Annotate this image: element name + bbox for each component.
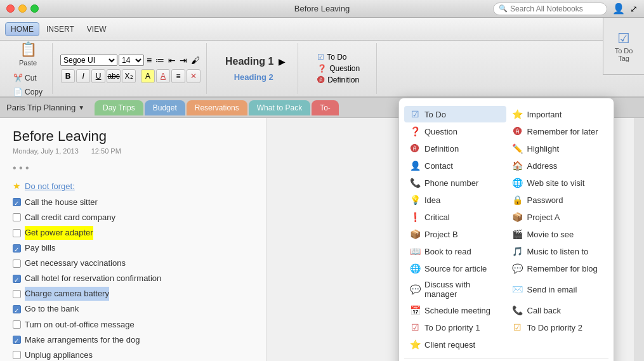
tag-item-todo[interactable]: ☑ To Do xyxy=(404,106,506,122)
tab-reservations[interactable]: Reservations xyxy=(187,100,247,115)
tag-item-critical[interactable]: ❗ Critical xyxy=(404,209,506,225)
tag-item-phone[interactable]: 📞 Phone number xyxy=(404,174,506,191)
list-icon[interactable]: ≡ xyxy=(145,54,153,67)
tab-budget[interactable]: Budget xyxy=(145,100,185,115)
tag-item-todo-p1[interactable]: ☑ To Do priority 1 xyxy=(404,319,506,336)
tag-mini-definition[interactable]: 🅐 Definition xyxy=(315,75,362,85)
heading2-style[interactable]: Heading 2 xyxy=(230,71,277,83)
expand-icon[interactable]: ⤢ xyxy=(630,4,638,14)
do-not-forget-link[interactable]: Do not forget: xyxy=(25,180,75,194)
checkbox[interactable] xyxy=(13,229,21,237)
todo-p2-icon: ☑ xyxy=(512,322,523,333)
underline-button[interactable]: U xyxy=(91,69,105,83)
tag-item-movie[interactable]: 🎬 Movie to see xyxy=(507,226,609,242)
tag-item-remember-later[interactable]: 🅐 Remember for later xyxy=(507,123,609,140)
tag-item-call-back[interactable]: 📞 Call back xyxy=(507,302,609,318)
user-icon[interactable]: 👤 xyxy=(612,3,625,15)
font-size-select[interactable]: 14 xyxy=(119,55,144,66)
checkbox[interactable] xyxy=(13,305,21,313)
tag-item-website[interactable]: 🌐 Web site to visit xyxy=(507,174,609,191)
strikethrough-button[interactable]: abc xyxy=(107,69,121,83)
dots-menu[interactable]: • • • xyxy=(13,162,253,174)
notebook-title[interactable]: Paris Trip Planning ▼ xyxy=(6,103,84,112)
subscript-button[interactable]: X₂ xyxy=(122,69,136,83)
phone-icon: 📞 xyxy=(409,177,421,188)
checkbox[interactable] xyxy=(13,290,21,298)
tag-item-project-a[interactable]: 📦 Project A xyxy=(507,209,609,225)
tag-item-source[interactable]: 🌐 Source for article xyxy=(404,260,506,277)
contact-icon: 👤 xyxy=(409,160,421,171)
indent-icon[interactable]: ⇥ xyxy=(178,54,188,67)
copy-button[interactable]: 📄 Copy xyxy=(9,86,47,98)
checkbox[interactable] xyxy=(13,320,21,329)
tab-what-to-pack[interactable]: What to Pack xyxy=(249,100,310,115)
numbered-list-icon[interactable]: ≔ xyxy=(154,54,166,67)
tag-item-project-b[interactable]: 📦 Project B xyxy=(404,226,506,242)
align-button[interactable]: ≡ xyxy=(171,69,185,83)
maximize-button[interactable] xyxy=(30,4,39,13)
tab-to[interactable]: To- xyxy=(312,100,339,115)
tag-item-address[interactable]: 🏠 Address xyxy=(507,157,609,174)
heading1-style[interactable]: Heading 1 xyxy=(221,55,277,69)
tag-item-definition[interactable]: 🅐 Definition xyxy=(404,140,506,157)
list-item: Pay bills xyxy=(13,241,253,255)
bold-button[interactable]: B xyxy=(61,69,75,83)
item-text: Get necessary vaccinations xyxy=(25,256,126,270)
item-text: Call credit card company xyxy=(25,211,115,225)
definition-icon: 🅐 xyxy=(409,143,421,154)
clear-format-button[interactable]: ✕ xyxy=(187,69,200,83)
todo-tag-button[interactable]: ☑ To DoTag xyxy=(603,18,644,75)
checkbox[interactable] xyxy=(13,244,21,253)
checkbox[interactable] xyxy=(13,275,21,283)
italic-button[interactable]: I xyxy=(76,69,90,83)
minimize-button[interactable] xyxy=(18,4,27,13)
cut-button[interactable]: ✂️ Cut xyxy=(9,72,47,84)
checkbox[interactable] xyxy=(13,213,21,221)
tag-mini-question[interactable]: ❓ Question xyxy=(315,63,362,74)
tag-item-todo-p2[interactable]: ☑ To Do priority 2 xyxy=(507,319,609,336)
tag-item-schedule[interactable]: 📅 Schedule meeting xyxy=(404,302,506,318)
scrollbar[interactable] xyxy=(634,118,644,361)
close-button[interactable] xyxy=(6,4,15,13)
tag-item-highlight[interactable]: ✏️ Highlight xyxy=(507,140,609,157)
list-item: ★ Do not forget: xyxy=(13,179,253,194)
checkbox[interactable] xyxy=(13,259,21,268)
format-row: B I U abc X₂ A A ≡ ✕ xyxy=(61,69,200,83)
tag-item-password[interactable]: 🔒 Password xyxy=(507,192,609,208)
styles-expand-icon[interactable]: ▶ xyxy=(279,56,286,67)
checkbox[interactable] xyxy=(13,351,21,359)
font-family-select[interactable]: Segoe UI xyxy=(60,55,117,66)
text-color-button[interactable]: A xyxy=(156,69,170,83)
tag-item-music[interactable]: 🎵 Music to listen to xyxy=(507,243,609,259)
tag-item-question[interactable]: ❓ Question xyxy=(404,123,506,140)
tag-item-send-email[interactable]: ✉️ Send in email xyxy=(507,277,609,301)
tab-view[interactable]: VIEW xyxy=(81,22,112,36)
paste-button[interactable]: 📋 Paste xyxy=(15,39,41,69)
tag-item-remember-blog[interactable]: 💬 Remember for blog xyxy=(507,260,609,277)
tab-day-trips[interactable]: Day Trips xyxy=(95,100,143,115)
tag-item-client[interactable]: ⭐ Client request xyxy=(404,336,506,353)
search-box[interactable]: 🔍 xyxy=(493,3,607,15)
tag-mini-todo[interactable]: ☑ To Do xyxy=(315,52,362,62)
todo-mini-icon: ☑ xyxy=(317,53,324,62)
list-item: Call hotel for reservation confirmation xyxy=(13,272,253,286)
text-highlight-button[interactable]: A xyxy=(141,69,155,83)
search-input[interactable] xyxy=(510,4,599,13)
outdent-icon[interactable]: ⇤ xyxy=(167,54,177,67)
tag-item-idea[interactable]: 💡 Idea xyxy=(404,192,506,208)
checkbox[interactable] xyxy=(13,198,21,206)
tag-item-book[interactable]: 📖 Book to read xyxy=(404,243,506,259)
tag-divider xyxy=(404,358,608,358)
tag-item-contact[interactable]: 👤 Contact xyxy=(404,157,506,174)
tab-insert[interactable]: INSERT xyxy=(41,22,80,36)
highlight-icon[interactable]: 🖌 xyxy=(190,54,201,67)
checkbox[interactable] xyxy=(13,336,21,344)
tab-home[interactable]: HOME xyxy=(5,22,39,36)
todo-p1-icon: ☑ xyxy=(409,322,421,333)
note-editor[interactable]: Before Leaving Monday, July 1, 2013 12:5… xyxy=(0,118,266,361)
important-icon: ⭐ xyxy=(512,108,523,120)
list-item: Turn on out-of-office message xyxy=(13,318,253,332)
cut-icon: ✂️ xyxy=(13,74,23,82)
tag-item-discuss[interactable]: 💬 Discuss with manager xyxy=(404,277,506,301)
tag-item-important[interactable]: ⭐ Important xyxy=(507,106,609,122)
